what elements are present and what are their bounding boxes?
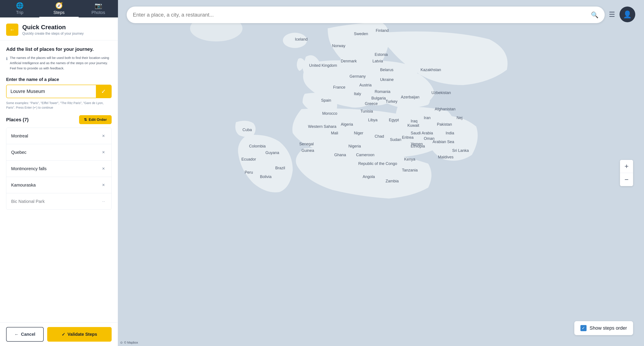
map-area: IcelandSwedenFinlandNorwayEstoniaLatviaD… [118, 0, 644, 346]
arrow-left-icon: ← [10, 27, 15, 33]
globe-icon: 🌐 [16, 2, 24, 9]
checkmark-icon: ✓ [582, 326, 585, 331]
validate-steps-button[interactable]: ✓ Validate Steps [47, 327, 112, 342]
cancel-button[interactable]: ← Cancel [6, 327, 44, 342]
place-name: Bic National Park [11, 199, 100, 204]
svg-point-2 [283, 33, 307, 48]
mapbox-logo-icon: ⊙ [120, 341, 123, 344]
place-item-montmorency: Montmorency falls × [6, 161, 112, 177]
nav-trip[interactable]: 🌐 Trip [0, 0, 39, 17]
place-item-kamouraska: Kamouraska × [6, 177, 112, 193]
edit-order-button[interactable]: ⇅ Edit Order [79, 115, 112, 124]
panel-title-block: Quick Creation Quickly create the steps … [22, 24, 84, 35]
zoom-out-button[interactable]: − [620, 173, 633, 186]
remove-montmorency-button[interactable]: × [100, 165, 106, 172]
show-steps-label: Show steps order [590, 325, 627, 331]
panel-content: Add the list of places for your journey.… [0, 40, 118, 323]
place-field-label: Enter the name of a place [6, 77, 112, 82]
places-count: (7) [23, 117, 28, 122]
places-list: Montreal × Quebec × Montmorency falls × … [6, 128, 112, 210]
checkmark-icon: ✓ [101, 88, 106, 95]
places-header: Places (7) ⇅ Edit Order [6, 115, 112, 124]
back-button[interactable]: ← [6, 23, 18, 36]
place-item-bic: Bic National Park ·· [6, 193, 112, 209]
panel-title: Quick Creation [22, 24, 84, 31]
map-svg [118, 0, 644, 346]
left-panel: ← Quick Creation Quickly create the step… [0, 17, 118, 346]
top-navigation: 🌐 Trip 🧭 Steps 📷 Photos [0, 0, 118, 17]
user-icon: 👤 [623, 10, 632, 18]
map-search-input[interactable] [133, 12, 588, 18]
remove-kamouraska-button[interactable]: × [100, 181, 106, 189]
place-name: Quebec [11, 150, 100, 155]
remove-bic-button[interactable]: ·· [100, 198, 106, 205]
remove-quebec-button[interactable]: × [100, 149, 106, 156]
place-name-input[interactable] [6, 85, 96, 98]
sort-icon: ⇅ [84, 117, 87, 122]
instruction-info: ℹ The names of the places will be used b… [6, 55, 112, 71]
steps-icon: 🧭 [55, 2, 63, 9]
panel-subtitle: Quickly create the steps of your journey [22, 32, 84, 35]
zoom-controls: + − [620, 160, 633, 186]
map-search-bar: 🔍 [127, 6, 605, 23]
info-icon: ℹ [6, 56, 8, 71]
place-name: Kamouraska [11, 182, 100, 188]
instruction-title: Add the list of places for your journey. [6, 46, 112, 52]
input-hint: Some examples: "Paris", "Eiffel Tower", … [6, 101, 112, 110]
place-name: Montmorency falls [11, 166, 100, 171]
map-menu-button[interactable]: ☰ [609, 10, 615, 18]
nav-steps[interactable]: 🧭 Steps [39, 0, 79, 17]
places-title: Places (7) [6, 117, 28, 123]
panel-header: ← Quick Creation Quickly create the step… [0, 17, 118, 40]
place-item-quebec: Quebec × [6, 144, 112, 161]
camera-icon: 📷 [94, 2, 102, 9]
zoom-in-button[interactable]: + [620, 160, 633, 173]
instruction-detail: The names of the places will be used bot… [10, 55, 112, 71]
panel-footer: ← Cancel ✓ Validate Steps [0, 323, 118, 346]
arrow-left-icon: ← [14, 332, 19, 337]
map-user-avatar[interactable]: 👤 [620, 6, 635, 22]
mapbox-credit: ⊙ © Mapbox [120, 341, 138, 344]
place-name: Montreal [11, 134, 100, 139]
show-steps-checkbox[interactable]: ✓ [580, 325, 586, 331]
place-item-montreal: Montreal × [6, 128, 112, 144]
remove-montreal-button[interactable]: × [100, 132, 106, 140]
checkmark-icon: ✓ [62, 332, 65, 337]
place-confirm-button[interactable]: ✓ [96, 85, 111, 98]
show-steps-order-panel: ✓ Show steps order [574, 321, 633, 335]
search-icon: 🔍 [591, 11, 598, 18]
nav-photos[interactable]: 📷 Photos [79, 0, 118, 17]
map-top-right-controls: ☰ 👤 [609, 6, 635, 22]
place-input-row: ✓ [6, 85, 112, 98]
